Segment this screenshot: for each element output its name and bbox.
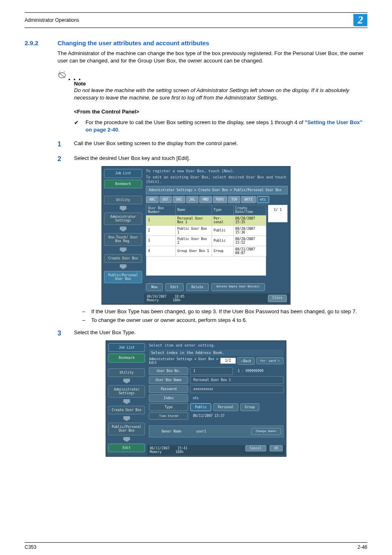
side-public-personal[interactable]: Public/Personal User Box: [104, 271, 142, 283]
arrow-down-icon: [122, 437, 131, 442]
label-password[interactable]: Password: [149, 385, 188, 393]
section-title: Changing the user attributes and account…: [58, 39, 209, 46]
new-button[interactable]: New: [146, 283, 162, 291]
side-bookmark[interactable]: Bookmark: [104, 180, 142, 188]
section-intro: The Administrator of the machine can cha…: [58, 50, 367, 64]
side-job-list[interactable]: Job List: [104, 169, 142, 178]
arrow-down-icon: [122, 416, 131, 421]
tab-def[interactable]: DEF: [159, 196, 172, 203]
status-memory: Memory: [150, 450, 161, 454]
tab-wxyz[interactable]: WXYZ: [241, 196, 256, 203]
col-type: Type: [212, 205, 233, 215]
table-row[interactable]: 1Personal User Box 1Per- sonal08/20/2007…: [146, 215, 266, 225]
tab-ghi[interactable]: GHI: [173, 196, 185, 203]
label-box-name[interactable]: User Box Name: [149, 376, 188, 384]
col-date: Create Date/Time: [233, 205, 266, 215]
side-admin-settings[interactable]: Administrator Settings: [108, 385, 145, 398]
field-box-name: Personal User Box 1: [190, 376, 284, 384]
tab-jkl[interactable]: JKL: [186, 196, 198, 203]
arrow-down-icon: [122, 399, 131, 404]
status-time: 10:05: [175, 295, 184, 298]
edit-button[interactable]: Edit: [165, 283, 184, 291]
col-name: Name: [175, 205, 212, 215]
chapter-badge: 2: [353, 14, 367, 26]
step-2-text: Select the desired User Box key and touc…: [74, 155, 190, 164]
close-button[interactable]: Close: [268, 295, 287, 302]
side-onetouch[interactable]: One-Touch/ User Box Reg.: [104, 233, 142, 245]
page-indicator: 1/ 1: [268, 205, 288, 222]
arrow-down-icon: [122, 379, 131, 384]
status-pct: 100%: [173, 298, 180, 302]
forward-button[interactable]: For- ward ⇨: [256, 357, 284, 364]
tab-abc[interactable]: ABC: [146, 196, 158, 203]
note-body: Do not leave the machine with the settin…: [74, 87, 367, 101]
step2-sub1: If the User Box Type has been changed, g…: [91, 308, 357, 314]
delete-empty-button[interactable]: Delete Empty User Box(es): [211, 283, 265, 291]
delete-button[interactable]: Delete: [186, 283, 209, 291]
side-bookmark[interactable]: Bookmark: [108, 354, 145, 362]
field-box-no[interactable]: 1: [190, 367, 233, 375]
field-owner-name: user1: [194, 428, 249, 435]
field-index: etc: [190, 395, 201, 402]
cancel-button[interactable]: Cancel: [245, 445, 266, 451]
label-owner-name: Owner Name: [151, 428, 191, 435]
field-password: xxxxxxxxxx: [190, 385, 284, 393]
arrow-down-icon: [119, 227, 127, 231]
tab-pqrs[interactable]: PQRS: [213, 196, 227, 203]
type-personal[interactable]: Personal: [213, 403, 238, 411]
side-create-user-box[interactable]: Create User Box: [104, 254, 142, 263]
label-box-no: User Box No.: [149, 367, 188, 375]
step-1-text: Call the User Box setting screen to the …: [74, 140, 238, 149]
panel-instruction-2: To edit an existing User Box, select des…: [146, 175, 288, 184]
user-box-table: User Box Number Name Type Create Date/Ti…: [146, 205, 266, 276]
breadcrumb: Administrator Settings > Create User Box…: [146, 186, 288, 194]
note-label: Note: [74, 81, 367, 87]
panel-instruction-1: To register a new User Box, touch [New].: [146, 169, 288, 173]
screenshot-user-box-edit: Job List Bookmark Utility Administrator …: [106, 340, 286, 457]
box-no-range: 1 - 999999999: [235, 368, 266, 375]
screenshot-user-box-list: Job List Bookmark Utility Administrator …: [101, 166, 291, 304]
change-owner-button[interactable]: Change Owner: [251, 428, 281, 435]
step-number-2: 2: [58, 155, 74, 164]
label-type: Type: [149, 403, 188, 411]
back-button[interactable]: ⇦Back: [238, 357, 255, 365]
type-public[interactable]: Public: [190, 403, 211, 411]
table-row[interactable]: 3Public User Box 2Public08/20/2007 15:52: [146, 236, 266, 246]
side-utility[interactable]: Utility: [104, 196, 142, 204]
status-memory: Memory: [147, 298, 159, 302]
arrow-down-icon: [119, 247, 127, 252]
page-indicator: 1/2: [220, 358, 236, 364]
status-time: 15:43: [178, 446, 187, 450]
label-index[interactable]: Index: [149, 394, 188, 402]
tab-mno[interactable]: MNO: [199, 196, 212, 203]
tab-etc[interactable]: etc: [257, 196, 269, 203]
note-icon: [58, 71, 67, 80]
ok-button[interactable]: OK: [270, 445, 283, 451]
step-number-3: 3: [58, 329, 74, 338]
side-public-personal[interactable]: Public/Personal User Box: [108, 423, 145, 435]
subsection-title: <From the Control Panel>: [74, 109, 367, 115]
panel-instruction-2: Select index in the Address Book.: [149, 349, 284, 356]
tab-tuv[interactable]: TUV: [228, 196, 240, 203]
side-utility[interactable]: Utility: [108, 368, 145, 377]
arrow-down-icon: [119, 206, 127, 211]
side-edit[interactable]: Edit: [108, 444, 145, 452]
side-admin-settings[interactable]: Administrator Settings: [104, 213, 142, 225]
dash-icon: –: [82, 308, 91, 314]
footer-model: C353: [25, 544, 37, 550]
side-create-user-box[interactable]: Create User Box: [108, 406, 145, 414]
status-pct: 100%: [175, 450, 183, 454]
type-group[interactable]: Group: [240, 403, 259, 411]
check-text: For the procedure to call the User Box s…: [85, 119, 367, 134]
status-date: 06/11/2007: [150, 446, 169, 450]
step2-sub2: To change the owner user or owner accoun…: [91, 317, 247, 323]
side-job-list[interactable]: Job List: [108, 343, 145, 352]
table-row[interactable]: 4Group User Box 1Group08/21/2007 08:07: [146, 246, 266, 256]
dots-icon: . . .: [68, 75, 81, 80]
arrow-down-icon: [119, 264, 127, 269]
table-row[interactable]: 2Public User Box 1Public08/20/2007 15:36: [146, 225, 266, 236]
checkmark-icon: ✔: [74, 119, 85, 134]
dash-icon: –: [82, 317, 91, 323]
running-header: Administrator Operations: [25, 17, 79, 23]
breadcrumb: Administrator Settings > User Box > Edit: [149, 357, 218, 365]
